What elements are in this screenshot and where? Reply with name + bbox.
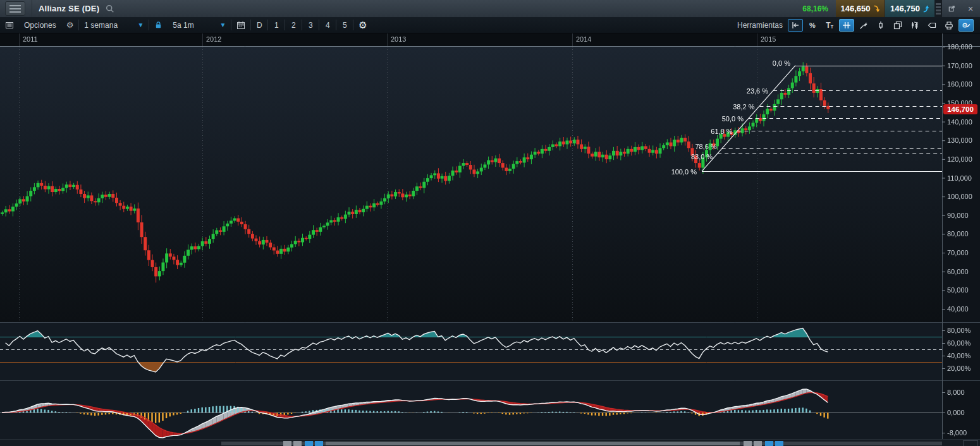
eraser-icon[interactable] bbox=[924, 19, 940, 32]
chart-gear-icon[interactable]: ⚙ bbox=[353, 17, 372, 33]
scroll-handle[interactable] bbox=[754, 441, 762, 446]
scrollbar-thumb[interactable] bbox=[326, 442, 740, 445]
indicator-icon[interactable] bbox=[907, 19, 922, 32]
zoom-period-d[interactable]: D bbox=[251, 17, 267, 33]
close-icon[interactable]: × bbox=[961, 0, 980, 17]
scroll-handle[interactable] bbox=[744, 441, 752, 446]
range-dropdown[interactable]: 5a 1m ▼ bbox=[168, 17, 231, 33]
scroll-handle[interactable] bbox=[293, 441, 302, 446]
undo-icon[interactable] bbox=[788, 19, 803, 32]
options-gear-icon[interactable]: ⚙ bbox=[61, 17, 79, 33]
menu-button[interactable] bbox=[5, 1, 25, 16]
svg-text:⚙: ⚙ bbox=[962, 21, 968, 29]
price-chart[interactable] bbox=[0, 0, 980, 446]
buy-button[interactable]: 146,750 bbox=[885, 0, 934, 17]
spread-percent: 68,16% bbox=[802, 4, 828, 13]
print-icon[interactable] bbox=[941, 19, 957, 32]
chevron-down-icon: ▼ bbox=[137, 21, 144, 28]
calendar-icon[interactable] bbox=[231, 17, 250, 33]
percent-icon[interactable]: % bbox=[805, 19, 820, 32]
zoom-period-2[interactable]: 2 bbox=[285, 17, 302, 33]
window-grip[interactable] bbox=[934, 0, 942, 17]
scroll-handle[interactable] bbox=[283, 441, 291, 446]
watchlist-icon[interactable] bbox=[0, 17, 19, 33]
zoom-period-1[interactable]: 1 bbox=[268, 17, 285, 33]
last-price-tag: 146,700 bbox=[943, 104, 977, 114]
sell-button[interactable]: 146,650 bbox=[836, 0, 885, 17]
chart-settings-icon[interactable]: ⚙ bbox=[959, 19, 974, 32]
lock-icon[interactable] bbox=[149, 17, 168, 33]
bottom-scrollbar bbox=[0, 439, 980, 446]
range-handle-right[interactable] bbox=[775, 441, 783, 446]
draw-trendline-icon[interactable] bbox=[856, 19, 871, 32]
zoom-period-3[interactable]: 3 bbox=[302, 17, 319, 33]
options-button[interactable]: Opciones bbox=[19, 17, 61, 33]
search-icon[interactable] bbox=[106, 4, 114, 13]
chevron-down-icon: ▼ bbox=[219, 21, 226, 28]
sell-arrow-icon bbox=[873, 4, 880, 13]
windows-layout-icon[interactable] bbox=[890, 19, 905, 32]
instrument-title: Allianz SE (DE) bbox=[39, 4, 99, 13]
range-handle-left[interactable] bbox=[315, 441, 323, 446]
svg-text:%: % bbox=[809, 21, 816, 29]
horizontal-line-icon[interactable] bbox=[839, 19, 854, 32]
header-bar: Allianz SE (DE) 68,16% 146,650 146,750 × bbox=[0, 0, 980, 18]
chart-toolbar: Opciones ⚙ 1 semana ▼ 5a 1m ▼ D12345 ⚙ H… bbox=[0, 17, 980, 33]
popout-icon[interactable] bbox=[942, 0, 961, 17]
buy-arrow-icon bbox=[922, 4, 929, 13]
interval-dropdown[interactable]: 1 semana ▼ bbox=[79, 17, 149, 33]
svg-text:T: T bbox=[831, 24, 834, 28]
text-tool-icon[interactable]: TT bbox=[822, 19, 837, 32]
scrollbar-corner bbox=[963, 440, 978, 446]
range-handle-right[interactable] bbox=[765, 441, 773, 446]
range-handle-left[interactable] bbox=[305, 441, 313, 446]
zoom-period-4[interactable]: 4 bbox=[319, 17, 336, 33]
candlestick-icon[interactable] bbox=[873, 19, 888, 32]
tools-label: Herramientas bbox=[737, 21, 783, 30]
zoom-period-5[interactable]: 5 bbox=[336, 17, 353, 33]
